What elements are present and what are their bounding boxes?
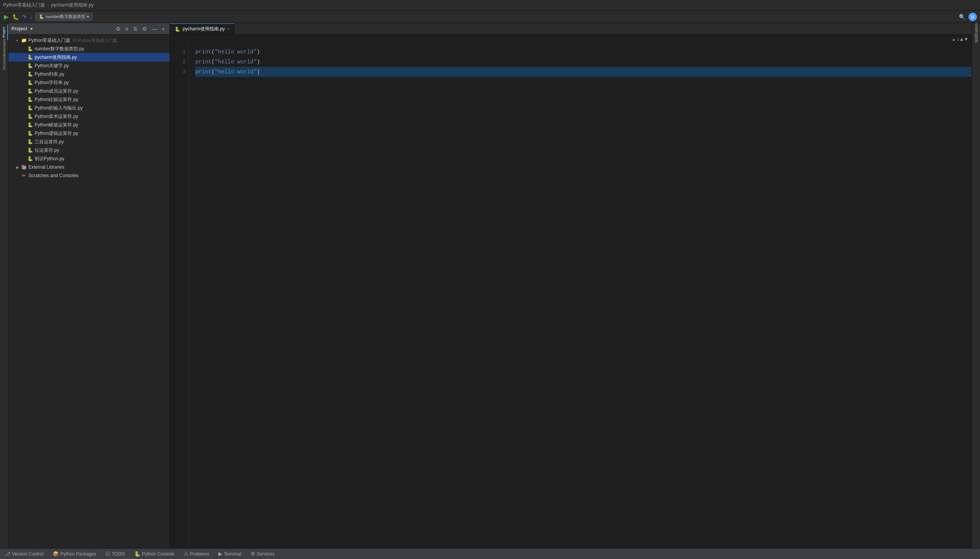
code-line-2[interactable]: print("hello world")	[195, 57, 972, 67]
run-button[interactable]: ▶	[3, 13, 9, 20]
status-python-console-label: Python Console	[142, 551, 175, 557]
tree-item-compare-file[interactable]: 🐍 Python比较运算符.py	[8, 95, 170, 104]
py-file-icon: 🐍	[27, 54, 33, 60]
scroll-up-button[interactable]: ▲	[959, 36, 964, 42]
py-file-icon: 🐍	[27, 113, 33, 119]
debug-button[interactable]: 🐛	[12, 14, 19, 20]
status-bar: ⎇ Version Control 📦 Python Packages ☑ TO…	[0, 548, 980, 559]
arrow-icon: ▶	[16, 165, 21, 169]
tree-item-ternary-file[interactable]: 🐍 三目运算符.py	[8, 138, 170, 146]
tree-item-label: Python列表.py	[35, 71, 64, 78]
step-into-button[interactable]: ↓	[30, 14, 32, 20]
py-file-icon: 🐍	[27, 147, 33, 153]
code-paren-close-3: )	[257, 67, 260, 77]
status-version-control[interactable]: ⎇ Version Control	[3, 549, 45, 559]
status-python-packages[interactable]: 📦 Python Packages	[51, 549, 98, 559]
tree-item-label: Python字符串.py	[35, 80, 69, 86]
tree-item-label: Python赋值运算符.py	[35, 122, 78, 128]
tree-item-number-file[interactable]: 🐍 number数字数据类型.py	[8, 45, 170, 53]
editor-tabs: 🐍 pycharm使用指南.py ×	[170, 23, 972, 35]
editor-tab-pycharm[interactable]: 🐍 pycharm使用指南.py ×	[170, 23, 235, 34]
sidebar-collapse-btn[interactable]: —	[150, 25, 159, 33]
activity-structure[interactable]: Structure	[0, 55, 8, 71]
sidebar-config-btn[interactable]: ⚙	[141, 25, 149, 33]
tree-item-root-folder[interactable]: ▾ 📁 Python零基础入门篇 D:\Python零基础入门篇	[8, 36, 170, 45]
tree-item-scratches[interactable]: ✏ Scratches and Consoles	[8, 171, 170, 180]
sidebar-sort-btn[interactable]: ⇅	[131, 25, 139, 33]
py-file-icon: 🐍	[27, 130, 33, 136]
tree-item-label: 三目运算符.py	[35, 139, 64, 145]
status-problems[interactable]: ⚠ Problems	[182, 549, 211, 559]
sidebar-list-btn[interactable]: ≡	[124, 25, 130, 33]
tree-item-label: Scratches and Consoles	[28, 173, 78, 178]
line-number-1: 1	[170, 47, 186, 57]
code-line-1[interactable]: print("hello world")	[195, 47, 972, 57]
py-file-icon: 🐍	[27, 71, 33, 77]
status-terminal[interactable]: ▶ Terminal	[217, 549, 243, 559]
tree-item-ext-libs[interactable]: ▶ 📚 External Libraries	[8, 163, 170, 171]
activity-bookmarks[interactable]: Bookmarks	[0, 40, 8, 55]
tree-item-label: 初识Python.py	[35, 156, 64, 162]
services-icon: ⚙	[251, 551, 255, 557]
user-avatar[interactable]: U	[968, 13, 977, 21]
tree-item-member-file[interactable]: 🐍 Python成员运算符.py	[8, 87, 170, 95]
scroll-down-button[interactable]: ▼	[964, 36, 968, 42]
tree-item-assign-file[interactable]: 🐍 Python赋值运算符.py	[8, 121, 170, 129]
tab-close-button[interactable]: ×	[227, 27, 230, 31]
step-over-button[interactable]: ↷	[22, 14, 27, 20]
code-string-2: "hello world"	[215, 57, 256, 67]
py-file-icon: 🐍	[27, 63, 33, 69]
status-problems-label: Problems	[190, 551, 210, 557]
tree-item-pycharm-file[interactable]: 🐍 pycharm使用指南.py	[8, 53, 170, 61]
py-file-icon: 🐍	[27, 139, 33, 145]
tree-item-io-file[interactable]: 🐍 Python的输入与输出.py	[8, 104, 170, 112]
tree-item-label: Python零基础入门篇	[28, 37, 70, 44]
problems-icon: ⚠	[184, 551, 188, 557]
code-paren-close-2: )	[257, 57, 260, 67]
titlebar: Python零基础入门篇 › pycharm使用指南.py	[0, 0, 980, 11]
sidebar-dropdown-arrow[interactable]: ▾	[30, 26, 33, 32]
tree-item-bit-file[interactable]: 🐍 位运算符.py	[8, 146, 170, 154]
status-todo-label: TODO	[111, 551, 125, 557]
py-file-icon: 🐍	[27, 80, 33, 86]
code-line-3[interactable]: print("hello world")	[195, 67, 972, 77]
code-editor[interactable]: 1 2 3 print("hello world") print("hello …	[170, 44, 972, 548]
right-panel: Notifications	[972, 23, 980, 548]
sidebar-header: Project ▾ ⚙ ≡ ⇅ ⚙ — +	[8, 23, 170, 35]
scratch-icon: ✏	[21, 173, 27, 179]
tree-item-label: Python成员运算符.py	[35, 88, 78, 95]
code-content[interactable]: print("hello world") print("hello world"…	[189, 44, 972, 548]
code-keyword-print-2: print	[195, 57, 211, 67]
sidebar-add-btn[interactable]: +	[160, 25, 166, 33]
python-console-icon: 🐍	[134, 551, 140, 557]
tree-item-list-file[interactable]: 🐍 Python列表.py	[8, 70, 170, 78]
folder-icon: 📁	[21, 37, 27, 43]
status-services[interactable]: ⚙ Services	[249, 549, 276, 559]
interpreter-label: number数字数据类型	[46, 14, 85, 20]
tree-item-label: 位运算符.py	[35, 147, 59, 154]
version-control-icon: ⎇	[5, 551, 10, 557]
global-search-button[interactable]: 🔍	[959, 14, 965, 20]
file-tree: ▾ 📁 Python零基础入门篇 D:\Python零基础入门篇 🐍 numbe…	[8, 35, 170, 548]
tree-item-label: Python关键字.py	[35, 63, 69, 69]
status-todo[interactable]: ☑ TODO	[104, 549, 126, 559]
tree-item-logic-file[interactable]: 🐍 Python逻辑运算符.py	[8, 129, 170, 138]
tree-item-arith-file[interactable]: 🐍 Python算术运算符.py	[8, 112, 170, 121]
tree-item-intro-file[interactable]: 🐍 初识Python.py	[8, 154, 170, 163]
titlebar-breadcrumb: Python零基础入门篇 › pycharm使用指南.py	[3, 2, 93, 8]
status-python-packages-label: Python Packages	[60, 551, 96, 557]
sidebar-title: Project	[12, 26, 27, 32]
notifications-panel-item[interactable]: Notifications	[972, 25, 980, 40]
notifications-label: Notifications	[974, 23, 978, 43]
interpreter-dropdown-icon: ▾	[87, 14, 89, 19]
tree-item-string-file[interactable]: 🐍 Python字符串.py	[8, 78, 170, 87]
sidebar-settings-btn[interactable]: ⚙	[114, 25, 122, 33]
arrow-icon: ▾	[16, 38, 21, 43]
tree-item-label: Python逻辑运算符.py	[35, 130, 78, 137]
status-python-console[interactable]: 🐍 Python Console	[133, 549, 176, 559]
status-services-label: Services	[257, 551, 275, 557]
tree-item-keywords-file[interactable]: 🐍 Python关键字.py	[8, 61, 170, 70]
titlebar-project: Python零基础入门篇	[3, 2, 45, 8]
interpreter-selector[interactable]: 🐍 number数字数据类型 ▾	[35, 13, 93, 21]
activity-project[interactable]: Project	[0, 25, 8, 40]
